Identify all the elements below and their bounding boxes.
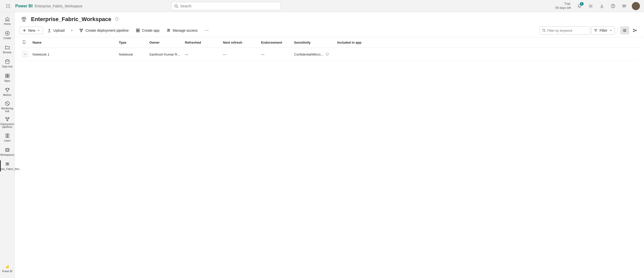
col-owner[interactable]: Owner [147,37,183,48]
svg-rect-32 [8,265,9,268]
more-icon [205,28,209,32]
cell-endorsement: — [259,48,292,61]
svg-rect-31 [7,266,8,268]
more-button[interactable] [202,27,212,34]
nav-workspaces[interactable]: Workspaces [0,145,14,159]
col-icon[interactable] [20,37,30,48]
nav-label: Browse [3,51,11,54]
cell-next-refresh: — [221,48,259,61]
nav-create[interactable]: Create [0,28,14,42]
plus-circle-icon [5,31,10,36]
info-icon[interactable] [326,53,329,56]
settings-button[interactable] [585,0,596,12]
upload-dropdown[interactable] [69,28,75,33]
trial-info[interactable]: Trial: 59 days left [555,2,571,10]
lineage-view-button[interactable] [630,26,639,34]
svg-point-6 [6,7,7,8]
premium-icon[interactable] [115,17,119,22]
nav-learn[interactable]: Learn [0,130,14,145]
svg-point-51 [633,31,634,32]
waffle-icon [6,4,10,8]
toolbar: New Upload Create deployment pipeline Cr… [15,25,644,37]
svg-point-38 [81,31,82,32]
col-name[interactable]: Name [30,37,117,48]
col-endorsement[interactable]: Endorsement [259,37,292,48]
svg-rect-30 [6,267,7,268]
svg-point-28 [6,163,7,164]
file-icon [22,40,26,44]
col-next-refresh[interactable]: Next refresh [221,37,259,48]
cell-owner: Santhosh Kumar R... [147,48,183,61]
people-icon [167,28,171,32]
top-header: Power BI Enterprise_Fabric_Workspace Tri… [0,0,644,12]
search-icon [174,4,178,8]
list-view-button[interactable] [620,26,629,34]
nav-apps[interactable]: Apps [0,71,14,85]
upload-button[interactable]: Upload [44,27,68,34]
svg-rect-41 [136,31,138,32]
content-table: Name Type Owner Refreshed Next refresh E… [15,37,644,278]
access-label: Manage access [173,28,198,32]
nav-metrics[interactable]: Metrics [0,85,14,99]
nav-browse[interactable]: Browse [0,42,14,56]
svg-point-9 [175,5,177,7]
brand-label[interactable]: Power BI [15,4,33,8]
nav-datahub[interactable]: Data hub [0,56,14,71]
main-content: Enterprise_Fabric_Workspace New Upload C… [15,12,644,278]
search-input[interactable] [180,4,278,8]
create-pipeline-button[interactable]: Create deployment pipeline [76,27,132,34]
col-sensitivity[interactable]: Sensitivity [292,37,335,48]
svg-rect-39 [136,29,138,30]
trophy-icon [5,88,10,93]
search-box[interactable] [171,2,281,10]
svg-point-4 [8,6,9,6]
new-button[interactable]: New [19,27,43,34]
nav-monitoring[interactable]: Monitoring hub [0,99,14,115]
nav-label: Learn [4,139,11,142]
nav-current-workspace[interactable]: Enterprise_Fabric_Wor... [0,159,14,173]
upload-icon [47,28,51,32]
svg-rect-21 [8,76,9,78]
cell-refreshed: — [183,48,221,61]
breadcrumb[interactable]: Enterprise_Fabric_Workspace [35,4,82,8]
chevron-down-icon [609,29,612,32]
filter-button[interactable]: Filter [591,26,615,34]
nav-powerbi[interactable]: Power BI [0,261,14,275]
manage-access-button[interactable]: Manage access [164,27,201,34]
svg-point-37 [82,29,83,30]
workspace-icon [20,16,27,23]
nav-label: Workspaces [0,153,14,156]
col-included[interactable]: Included in app [335,37,638,48]
filter-keyword-input[interactable] [547,29,590,32]
trial-days: 59 days left [555,6,571,10]
table-row[interactable]: Notebook 1 Notebook Santhosh Kumar R... … [20,48,638,61]
svg-point-5 [9,6,10,6]
nav-home[interactable]: Home [0,14,14,28]
filter-keyword-box[interactable] [539,26,590,34]
feedback-button[interactable] [619,0,630,12]
svg-point-7 [8,7,9,8]
create-app-button[interactable]: Create app [133,27,163,34]
svg-point-43 [168,29,169,30]
svg-point-50 [633,29,634,30]
chevron-down-icon [37,29,40,32]
help-icon [611,4,615,8]
download-button[interactable] [596,0,607,12]
cell-name[interactable]: Notebook 1 [30,48,117,61]
cell-type: Notebook [117,48,147,61]
col-refreshed[interactable]: Refreshed [183,37,221,48]
svg-rect-19 [8,74,9,76]
help-button[interactable] [607,0,619,12]
nav-pipelines[interactable]: Deployment pipelines [0,115,14,130]
workspace-title: Enterprise_Fabric_Workspace [31,16,111,23]
svg-point-14 [623,5,624,6]
avatar[interactable] [632,2,640,10]
workspaces-icon [5,147,10,152]
trial-label: Trial: [555,2,571,6]
svg-point-3 [6,6,7,6]
app-launcher-button[interactable] [2,0,14,12]
notifications-button[interactable]: 1 [574,0,585,12]
search-icon [542,29,546,32]
cell-sensitivity: Confidential\Micro... [292,48,335,61]
col-type[interactable]: Type [117,37,147,48]
